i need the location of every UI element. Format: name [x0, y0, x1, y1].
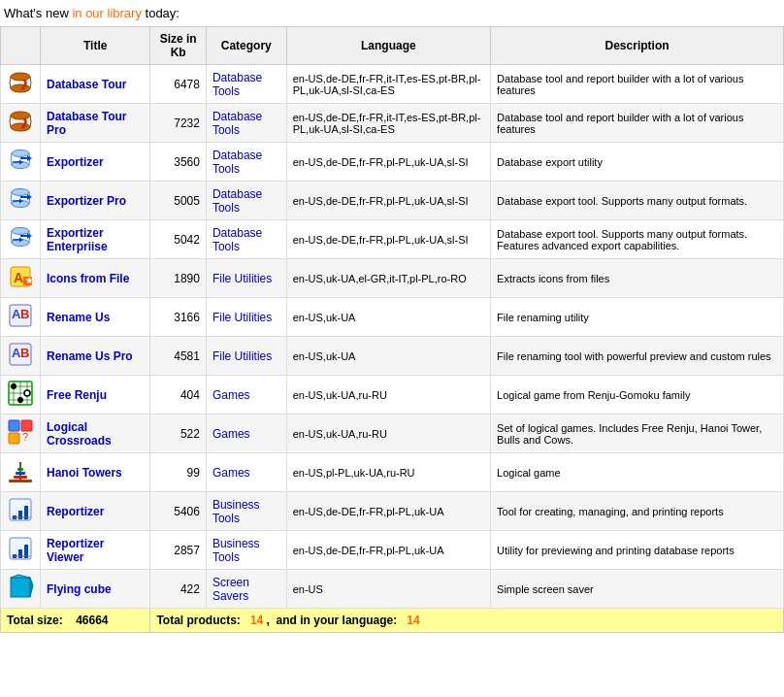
row-language: en-US,de-DE,fr-FR,pl-PL,uk-UA,sl-SI: [286, 182, 490, 220]
row-language: en-US,de-DE,fr-FR,it-IT,es-ES,pt-BR,pl-P…: [286, 104, 490, 143]
row-title[interactable]: Exportizer Enterpriise: [41, 220, 150, 259]
row-title[interactable]: Rename Us Pro: [41, 337, 150, 376]
row-icon: [1, 492, 41, 531]
row-description: Database export utility: [491, 143, 784, 182]
table-row: Free Renju404Gamesen-US,uk-UA,ru-RULogic…: [1, 376, 784, 415]
row-icon: [1, 65, 41, 104]
row-description: Database export tool. Supports many outp…: [491, 220, 784, 259]
row-category[interactable]: Database Tools: [206, 143, 286, 182]
row-description: Utility for previewing and printing data…: [491, 531, 784, 570]
row-category[interactable]: Database Tools: [206, 220, 286, 259]
row-icon: ?: [1, 415, 41, 453]
row-title[interactable]: Database Tour: [41, 65, 150, 104]
row-description: Database export tool. Supports many outp…: [491, 182, 784, 220]
table-row: Database Tour6478Database Toolsen-US,de-…: [1, 65, 784, 104]
row-size: 5406: [150, 492, 207, 531]
table-header-row: Title Size in Kb Category Language Descr…: [1, 27, 784, 65]
svg-point-45: [17, 397, 23, 403]
row-category[interactable]: Screen Savers: [206, 570, 286, 609]
table-row: Reportizer Viewer2857Business Toolsen-US…: [1, 531, 784, 570]
products-table: Title Size in Kb Category Language Descr…: [0, 26, 784, 633]
table-row: Exportizer Pro5005Database Toolsen-US,de…: [1, 182, 784, 220]
svg-rect-47: [21, 420, 32, 431]
row-icon: A B: [1, 298, 41, 337]
row-language: en-US,de-DE,fr-FR,pl-PL,uk-UA,sl-SI: [286, 220, 490, 259]
row-category[interactable]: Database Tools: [206, 182, 286, 220]
row-title[interactable]: Exportizer: [41, 143, 150, 182]
row-size: 522: [150, 415, 207, 453]
row-category[interactable]: Database Tools: [206, 104, 286, 143]
row-size: 404: [150, 376, 207, 415]
col-category: Category: [206, 27, 286, 65]
row-title[interactable]: Free Renju: [41, 376, 150, 415]
row-description: Logical game: [491, 453, 784, 492]
row-category[interactable]: Business Tools: [206, 492, 286, 531]
row-language: en-US,uk-UA,ru-RU: [286, 376, 490, 415]
row-description: File renaming tool with powerful preview…: [491, 337, 784, 376]
row-size: 1890: [150, 259, 207, 298]
table-row: Exportizer3560Database Toolsen-US,de-DE,…: [1, 143, 784, 182]
row-title[interactable]: Database Tour Pro: [41, 104, 150, 143]
row-category[interactable]: Games: [206, 415, 286, 453]
row-size: 3560: [150, 143, 207, 182]
row-size: 5042: [150, 220, 207, 259]
svg-point-1: [11, 84, 30, 92]
svg-rect-62: [18, 549, 22, 558]
row-description: Simple screen saver: [491, 570, 784, 609]
row-description: Database tool and report builder with a …: [491, 65, 784, 104]
table-row: ? Logical Crossroads522Gamesen-US,uk-UA,…: [1, 415, 784, 453]
row-language: en-US,de-DE,fr-FR,pl-PL,uk-UA,sl-SI: [286, 143, 490, 182]
row-title[interactable]: Rename Us: [41, 298, 150, 337]
svg-rect-65: [11, 578, 30, 597]
svg-point-6: [12, 150, 29, 157]
row-description: Database tool and report builder with a …: [491, 104, 784, 143]
in-your-language-label: and in your language:: [277, 614, 398, 627]
row-category[interactable]: Database Tools: [206, 65, 286, 104]
col-icon: [1, 27, 41, 65]
row-size: 2857: [150, 531, 207, 570]
row-category[interactable]: File Utilities: [206, 259, 286, 298]
svg-point-3: [11, 112, 30, 119]
row-icon: A B: [1, 337, 41, 376]
row-icon: [1, 104, 41, 143]
row-title[interactable]: Exportizer Pro: [41, 182, 150, 220]
table-row: A B Rename Us3166File Utilitiesen-US,uk-…: [1, 298, 784, 337]
total-products-value: 14: [250, 614, 263, 627]
row-title[interactable]: Reportizer Viewer: [41, 531, 150, 570]
row-description: Tool for creating, managing, and printin…: [491, 492, 784, 531]
row-category[interactable]: File Utilities: [206, 337, 286, 376]
row-category[interactable]: Games: [206, 376, 286, 415]
table-row: Hanoi Towers99Gamesen-US,pl-PL,uk-UA,ru-…: [1, 453, 784, 492]
svg-text:★: ★: [25, 276, 34, 285]
row-title[interactable]: Icons from File: [41, 259, 150, 298]
row-language: en-US,uk-UA: [286, 337, 490, 376]
svg-rect-52: [14, 476, 27, 479]
row-icon: [1, 220, 41, 259]
col-language: Language: [286, 27, 490, 65]
row-title[interactable]: Logical Crossroads: [41, 415, 150, 453]
col-description: Description: [491, 27, 784, 65]
row-size: 3166: [150, 298, 207, 337]
row-title[interactable]: Reportizer: [41, 492, 150, 531]
row-size: 99: [150, 453, 207, 492]
row-language: en-US,de-DE,fr-FR,pl-PL,uk-UA: [286, 531, 490, 570]
total-size-label: Total size:: [7, 614, 63, 627]
row-title[interactable]: Hanoi Towers: [41, 453, 150, 492]
row-size: 6478: [150, 65, 207, 104]
table-footer-row: Total size: 46664 Total products: 14 , a…: [1, 609, 784, 633]
svg-point-4: [11, 123, 30, 131]
row-category[interactable]: Games: [206, 453, 286, 492]
svg-point-12: [12, 189, 29, 196]
row-icon: [1, 531, 41, 570]
row-title[interactable]: Flying cube: [41, 570, 150, 609]
row-description: Extracts icons from files: [491, 259, 784, 298]
table-row: A ★ Icons from File1890File Utilitiesen-…: [1, 259, 784, 298]
header-text: What's new in our library today:: [4, 6, 180, 20]
table-row: A B Rename Us Pro4581File Utilitiesen-US…: [1, 337, 784, 376]
col-size: Size in Kb: [150, 27, 207, 65]
row-category[interactable]: File Utilities: [206, 298, 286, 337]
row-size: 5005: [150, 182, 207, 220]
row-icon: [1, 453, 41, 492]
row-size: 7232: [150, 104, 207, 143]
row-category[interactable]: Business Tools: [206, 531, 286, 570]
